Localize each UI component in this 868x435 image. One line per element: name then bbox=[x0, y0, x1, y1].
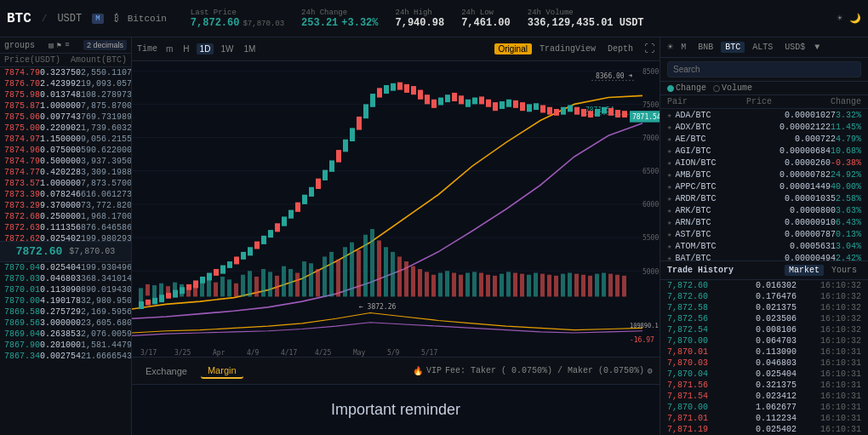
pair-row[interactable]: ★AMB/BTC0.0000078224.92% bbox=[660, 169, 868, 180]
svg-rect-56 bbox=[391, 83, 396, 91]
svg-rect-40 bbox=[282, 216, 287, 226]
volume-group: 24h Volume 336,129,435.01 USDT bbox=[528, 9, 644, 29]
currency-tab-alts[interactable]: ALTS bbox=[748, 42, 777, 53]
sell-order-row[interactable]: 7874.790.5000003,937.39500000 bbox=[0, 156, 131, 167]
pair-row[interactable]: ★ARK/BTC0.00008003.63% bbox=[660, 204, 868, 216]
sell-order-row[interactable]: 7874.790.3237502,550.11076250 bbox=[0, 67, 131, 78]
pair-row[interactable]: ★AE/BTC0.0007224.79% bbox=[660, 133, 868, 145]
chart-area: 8500.00 7500.00 7000.00 6500.00 6000.00 … bbox=[132, 61, 660, 357]
svg-rect-133 bbox=[425, 272, 429, 296]
svg-text:7500.00: 7500.00 bbox=[642, 100, 660, 109]
market-yours-tabs: Market Yours bbox=[785, 265, 861, 276]
sun-icon[interactable]: ☀ bbox=[837, 13, 842, 24]
sell-order-row[interactable]: 7874.770.4202283,309.19884756 bbox=[0, 167, 131, 178]
high-val: 7,940.98 bbox=[396, 17, 445, 29]
svg-rect-106 bbox=[241, 275, 245, 297]
margin-button[interactable]: Margin bbox=[201, 363, 243, 379]
svg-rect-101 bbox=[207, 278, 211, 296]
buy-order-row[interactable]: 7867.340.00275421.66665436 bbox=[0, 351, 131, 362]
pair-row[interactable]: ★AGI/BTC0.0000068410.68% bbox=[660, 145, 868, 157]
exchange-button[interactable]: Exchange bbox=[139, 364, 194, 378]
search-input[interactable] bbox=[667, 61, 861, 77]
sell-order-row[interactable]: 7876.702.42399219,093.05778640 bbox=[0, 78, 131, 89]
tf-h-btn[interactable]: H bbox=[180, 43, 192, 54]
yours-tab[interactable]: Yours bbox=[827, 265, 861, 276]
tf-1d-btn[interactable]: 1D bbox=[197, 43, 214, 54]
svg-rect-139 bbox=[465, 272, 470, 296]
buy-order-row[interactable]: 7870.004.19017832,980.95066000 bbox=[0, 295, 131, 306]
volume-radio[interactable]: Volume bbox=[713, 83, 752, 93]
buy-order-row[interactable]: 7870.010.113090890.01943090 bbox=[0, 284, 131, 295]
sell-order-row[interactable]: 7875.980.013748108.27897304 bbox=[0, 89, 131, 100]
currency-tab-usd[interactable]: USD$ bbox=[780, 42, 809, 53]
pair-row[interactable]: ★ARN/BTC0.000009106.43% bbox=[660, 216, 868, 228]
buy-order-row[interactable]: 7869.580.2757292,169.59569482 bbox=[0, 306, 131, 318]
svg-rect-66 bbox=[459, 95, 464, 104]
currency-tab-btc[interactable]: BTC bbox=[721, 42, 745, 53]
pair-row[interactable]: ★ADX/BTC0.0000212211.45% bbox=[660, 121, 868, 133]
pair-row[interactable]: ★ARDR/BTC0.000010352.58% bbox=[660, 192, 868, 204]
original-button[interactable]: Original bbox=[494, 43, 532, 54]
sell-order-row[interactable]: 7874.960.075000590.62200000 bbox=[0, 145, 131, 156]
important-banner: Important reminder bbox=[132, 384, 660, 435]
currency-tab-bnb[interactable]: BNB bbox=[694, 42, 717, 53]
theme-icon[interactable]: ☀ bbox=[667, 41, 673, 54]
pair-rows: ★ADA/BTC0.000010273.32%★ADX/BTC0.0000212… bbox=[660, 109, 868, 260]
svg-text:4/25: 4/25 bbox=[315, 347, 331, 357]
tradingview-button[interactable]: TradingView bbox=[535, 43, 600, 54]
settings-icon[interactable]: ⚙ bbox=[648, 366, 653, 376]
svg-text:May: May bbox=[353, 347, 365, 357]
pair-row[interactable]: ★ADA/BTC0.000010273.32% bbox=[660, 109, 868, 121]
pair-row[interactable]: ★APPC/BTC0.0000144940.00% bbox=[660, 180, 868, 192]
svg-rect-75 bbox=[520, 102, 525, 111]
pair-header: Pair Price Change bbox=[660, 95, 868, 109]
currency-tab-m[interactable]: M bbox=[677, 42, 690, 53]
margin-badge: M bbox=[92, 14, 103, 24]
expand-icon[interactable]: ⛶ bbox=[644, 43, 654, 55]
sell-order-row[interactable]: 7873.299.37000073,772.82000000 bbox=[0, 200, 131, 211]
sell-order-row[interactable]: 7873.571.0000007,873.57000000 bbox=[0, 178, 131, 189]
pair-row[interactable]: ★ATOM/BTC0.00056313.04% bbox=[660, 240, 868, 252]
buy-order-row[interactable]: 7867.900.2010001,581.44790000 bbox=[0, 340, 131, 351]
tf-1w-btn[interactable]: 1W bbox=[217, 43, 237, 54]
svg-rect-74 bbox=[513, 100, 518, 108]
sell-order-row[interactable]: 7873.390.078246616.06127394 bbox=[0, 189, 131, 200]
buy-order-row[interactable]: 7870.030.046803368.34101409 bbox=[0, 273, 131, 284]
pair-row[interactable]: ★AST/BTC0.000007870.13% bbox=[660, 228, 868, 240]
pair-row[interactable]: ★BAT/BTC0.000004942.42% bbox=[660, 252, 868, 260]
pair-row[interactable]: ★AION/BTC0.0000260-0.38% bbox=[660, 157, 868, 169]
svg-rect-158 bbox=[595, 274, 599, 297]
fire-icon: 🔥 bbox=[413, 366, 423, 376]
groups-label: groups bbox=[4, 41, 35, 50]
svg-text:7000.00: 7000.00 bbox=[642, 133, 660, 142]
sell-order-row[interactable]: 7872.630.111356876.64658628 bbox=[0, 222, 131, 233]
change-volume-row: Change Volume bbox=[660, 82, 868, 95]
pair-col-header: Pair bbox=[667, 97, 688, 106]
buy-orders: 7870.040.025404199.930496167870.030.0468… bbox=[0, 262, 131, 436]
svg-text:109890.1: 109890.1 bbox=[630, 322, 659, 329]
svg-rect-157 bbox=[588, 276, 592, 297]
svg-rect-120 bbox=[336, 260, 340, 297]
moon-icon[interactable]: 🌙 bbox=[849, 13, 861, 24]
buy-order-row[interactable]: 7869.563.00000023,605.68000000 bbox=[0, 318, 131, 329]
svg-text:Apr: Apr bbox=[213, 347, 225, 357]
depth-button[interactable]: Depth bbox=[603, 43, 637, 54]
sell-order-row[interactable]: 7875.000.2209021,739.60325000 bbox=[0, 123, 131, 134]
sell-order-row[interactable]: 7872.680.2500001,968.17000000 bbox=[0, 211, 131, 222]
price-col-header: Price bbox=[746, 97, 772, 106]
sell-order-row[interactable]: 7874.971.1500009,056.21550000 bbox=[0, 134, 131, 145]
dropdown-icon[interactable]: ▼ bbox=[814, 43, 819, 52]
tf-1m-btn[interactable]: 1M bbox=[240, 43, 259, 54]
decimals-button[interactable]: 2 decimals bbox=[83, 40, 127, 50]
svg-rect-102 bbox=[214, 283, 218, 297]
svg-rect-31 bbox=[220, 266, 226, 274]
market-tab[interactable]: Market bbox=[785, 265, 824, 276]
svg-rect-148 bbox=[527, 275, 531, 297]
buy-order-row[interactable]: 7869.040.2638532,076.00595812 bbox=[0, 329, 131, 340]
sell-order-row[interactable]: 7875.060.097743769.73198958 bbox=[0, 112, 131, 123]
sell-order-row[interactable]: 7872.620.025402199.98029324 bbox=[0, 233, 131, 241]
change-radio[interactable]: Change bbox=[667, 83, 706, 93]
sell-order-row[interactable]: 7875.871.0000007,875.87000000 bbox=[0, 100, 131, 112]
tf-m-btn[interactable]: m bbox=[163, 43, 176, 54]
buy-order-row[interactable]: 7870.040.025404199.93049616 bbox=[0, 262, 131, 273]
